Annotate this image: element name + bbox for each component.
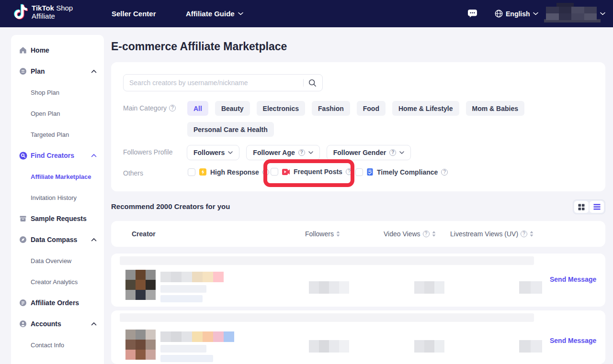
chevron-down-icon xyxy=(228,151,233,154)
creator-name-blurred[interactable] xyxy=(160,331,234,342)
chevron-down-icon xyxy=(399,151,404,154)
list-view-button[interactable] xyxy=(590,201,604,213)
chevron-down-icon xyxy=(238,12,243,15)
sidebar-item-contact-info[interactable]: Contact Info xyxy=(11,334,104,355)
category-pill-home-lifestyle[interactable]: Home & Lifestyle xyxy=(392,101,459,116)
send-message-button[interactable]: Send Message xyxy=(550,337,596,344)
nav-seller-center[interactable]: Seller Center xyxy=(112,0,156,27)
category-pills-row2: Personal Care & Health xyxy=(187,122,274,137)
followers-dropdown[interactable]: Followers xyxy=(187,145,239,160)
sidebar: Home Plan Shop Plan Open Plan Targeted P… xyxy=(11,35,104,364)
others-label: Others xyxy=(123,169,143,177)
help-icon[interactable]: ? xyxy=(441,169,448,176)
sidebar-item-targeted-plan[interactable]: Targeted Plan xyxy=(11,124,104,145)
plan-icon xyxy=(19,67,27,76)
chat-icon[interactable] xyxy=(467,9,477,20)
help-icon[interactable]: ? xyxy=(521,231,527,237)
category-pill-mom-babies[interactable]: Mom & Babies xyxy=(466,101,524,116)
sidebar-item-creator-analytics[interactable]: Creator Analytics xyxy=(11,271,104,292)
chevron-up-icon xyxy=(91,154,97,157)
creator-row: Send Message xyxy=(111,310,605,364)
frequent-posts-filter[interactable]: Frequent Posts ? xyxy=(271,168,352,176)
search-icon[interactable] xyxy=(308,79,317,87)
language-selector[interactable]: English xyxy=(495,0,538,27)
creator-search xyxy=(123,74,323,91)
high-response-filter[interactable]: High Response ? xyxy=(188,168,269,176)
creator-name-blurred[interactable] xyxy=(160,272,224,282)
chevron-up-icon xyxy=(91,322,97,326)
search-input[interactable] xyxy=(129,79,300,87)
sidebar-item-invitation-history[interactable]: Invitation History xyxy=(11,187,104,208)
sort-icon[interactable] xyxy=(336,231,340,237)
livestream-views-value-blurred xyxy=(519,281,542,294)
sidebar-item-data-compass[interactable]: Data Compass xyxy=(11,229,104,250)
help-icon[interactable]: ? xyxy=(423,231,430,237)
sort-icon[interactable] xyxy=(530,231,534,237)
category-pill-electronics[interactable]: Electronics xyxy=(257,101,305,116)
sidebar-item-plan[interactable]: Plan xyxy=(11,61,104,82)
find-creators-icon xyxy=(19,152,27,160)
creator-row: Send Message xyxy=(111,254,605,307)
category-pill-personal-care-health[interactable]: Personal Care & Health xyxy=(187,122,274,137)
language-label: English xyxy=(506,10,530,18)
followers-profile-label: Followers Profile xyxy=(123,148,172,156)
column-followers[interactable]: Followers xyxy=(305,221,340,247)
page-title: E-commerce Affiliate Marketplace xyxy=(111,40,287,53)
frequent-posts-checkbox[interactable] xyxy=(271,168,278,176)
followers-value-blurred xyxy=(309,340,349,353)
high-response-checkbox[interactable] xyxy=(188,168,195,176)
follower-gender-dropdown[interactable]: Follower Gender ? xyxy=(327,145,411,160)
sidebar-item-open-plan[interactable]: Open Plan xyxy=(11,103,104,124)
nav-affiliate-guide[interactable]: Affiliate Guide xyxy=(186,0,243,27)
sidebar-item-sample-requests[interactable]: Sample Requests xyxy=(11,208,104,229)
view-toggle xyxy=(573,199,605,214)
video-views-value-blurred xyxy=(414,281,444,294)
sidebar-item-find-creators[interactable]: Find Creators xyxy=(11,145,104,166)
category-pill-fashion[interactable]: Fashion xyxy=(312,101,350,116)
sidebar-item-home[interactable]: Home xyxy=(11,40,104,61)
sidebar-item-affiliate-orders[interactable]: Affiliate Orders xyxy=(11,292,104,313)
recommend-count-text: Recommend 2000 Creators for you xyxy=(111,202,230,210)
help-icon[interactable]: ? xyxy=(389,149,396,156)
blurred-tags-band xyxy=(120,256,534,265)
creator-avatar-blurred[interactable] xyxy=(125,330,156,360)
sidebar-item-affiliate-marketplace[interactable]: Affiliate Marketplace xyxy=(11,166,104,187)
help-icon[interactable]: ? xyxy=(298,149,305,156)
send-message-button[interactable]: Send Message xyxy=(550,276,596,283)
followers-value-blurred xyxy=(309,281,349,294)
category-pill-beauty[interactable]: Beauty xyxy=(215,101,250,116)
grid-icon xyxy=(578,204,585,210)
creator-subtext-blurred xyxy=(160,285,206,293)
sidebar-item-data-overview[interactable]: Data Overview xyxy=(11,250,104,271)
sidebar-item-shop-plan[interactable]: Shop Plan xyxy=(11,82,104,103)
timely-compliance-filter[interactable]: Timely Compliance ? xyxy=(355,168,448,176)
sample-requests-icon xyxy=(19,215,27,223)
chevron-up-icon xyxy=(91,69,97,73)
data-compass-icon xyxy=(19,236,27,244)
home-icon xyxy=(19,46,27,55)
blurred-tags-band xyxy=(120,313,534,322)
follower-age-dropdown[interactable]: Follower Age ? xyxy=(246,145,319,160)
column-livestream-views[interactable]: Livestream Views (UV) ? xyxy=(450,221,534,247)
account-name-blurred xyxy=(546,7,597,20)
tiktok-note-icon xyxy=(13,4,28,20)
chevron-down-icon xyxy=(308,151,313,154)
grid-view-button[interactable] xyxy=(574,201,589,213)
sidebar-item-accounts[interactable]: Accounts xyxy=(11,313,104,334)
tiktok-shop-affiliate-logo[interactable]: TikTok Shop Affiliate xyxy=(13,4,73,20)
column-video-views[interactable]: Video Views ? xyxy=(384,221,436,247)
chevron-down-icon xyxy=(533,12,538,15)
sort-icon[interactable] xyxy=(432,231,436,237)
category-pill-food[interactable]: Food xyxy=(357,101,386,116)
creator-avatar-blurred[interactable] xyxy=(125,270,156,300)
creator-subtext-blurred xyxy=(160,295,203,302)
help-icon[interactable]: ? xyxy=(169,105,176,111)
help-icon[interactable]: ? xyxy=(346,168,352,175)
account-menu[interactable] xyxy=(544,0,605,27)
category-pill-all[interactable]: All xyxy=(187,101,208,116)
lightning-icon xyxy=(199,168,207,176)
help-icon[interactable]: ? xyxy=(262,169,269,176)
affiliate-orders-icon xyxy=(19,299,27,307)
chevron-down-icon xyxy=(600,12,605,15)
timely-compliance-checkbox[interactable] xyxy=(355,168,363,176)
